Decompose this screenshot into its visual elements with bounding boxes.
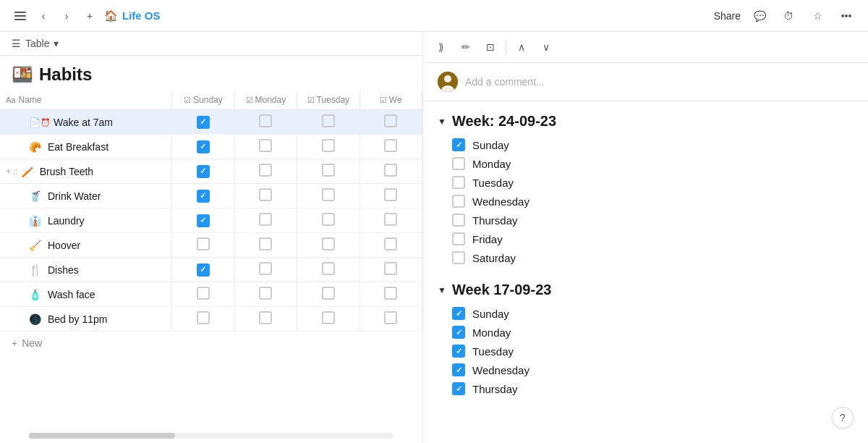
checkbox-sunday[interactable] [197,263,210,277]
day-item-0-1[interactable]: Monday [452,157,854,170]
horizontal-scrollbar[interactable] [29,433,393,439]
habit-sunday-cell[interactable] [172,135,234,159]
day-checkbox-0-3[interactable] [452,195,465,208]
pen-icon[interactable]: ✏ [456,38,475,56]
table-view-chevron[interactable]: ▾ [54,38,59,49]
habit-sunday-cell[interactable] [172,282,234,307]
habit-tuesday-cell[interactable] [297,282,359,307]
comment-input[interactable]: Add a comment... [465,76,545,88]
table-row[interactable]: 🥤 Drink Water [0,184,422,208]
habit-tuesday-cell[interactable] [297,258,359,282]
checkbox-tuesday[interactable] [322,262,335,275]
checkbox-sunday[interactable] [197,165,210,178]
checkbox-wednesday[interactable] [384,164,397,177]
add-new-row[interactable]: + New [0,332,422,355]
habit-wednesday-cell[interactable] [359,307,422,332]
habit-sunday-cell[interactable] [172,233,234,258]
checkbox-monday[interactable] [259,213,272,226]
add-icon[interactable]: + [81,7,98,25]
checkbox-tuesday[interactable] [322,287,335,300]
checkbox-sunday[interactable] [197,190,210,203]
day-item-0-2[interactable]: Tuesday [452,176,854,189]
share-button[interactable]: Share [714,10,741,22]
habit-sunday-cell[interactable] [172,208,234,233]
comment-icon[interactable]: 💬 [749,6,770,26]
checkbox-tuesday[interactable] [322,164,335,177]
table-row[interactable]: 🧹 Hoover [0,233,422,258]
checkbox-sunday[interactable] [197,311,210,324]
day-item-0-3[interactable]: Wednesday [452,195,854,208]
day-checkbox-1-3[interactable] [452,363,465,376]
habit-monday-cell[interactable] [234,282,297,307]
day-item-0-5[interactable]: Friday [452,232,854,245]
checkbox-wednesday[interactable] [384,114,397,127]
day-checkbox-0-5[interactable] [452,232,465,245]
layout-icon[interactable]: ⊡ [481,38,500,56]
habit-sunday-cell[interactable] [172,258,234,282]
checkbox-monday[interactable] [259,139,272,152]
day-item-1-3[interactable]: Wednesday [452,363,854,376]
back-icon[interactable]: ‹ [35,7,52,25]
checkbox-wednesday[interactable] [384,311,397,324]
day-item-0-0[interactable]: Sunday [452,138,854,151]
table-row[interactable]: 👔 Laundry [0,208,422,233]
habit-tuesday-cell[interactable] [297,110,359,135]
habit-tuesday-cell[interactable] [297,208,359,233]
habit-monday-cell[interactable] [234,135,297,159]
habit-monday-cell[interactable] [234,159,297,184]
table-row[interactable]: +:: 🪥 Brush Teeth [0,159,422,184]
habit-wednesday-cell[interactable] [359,258,422,282]
habit-monday-cell[interactable] [234,258,297,282]
habit-monday-cell[interactable] [234,233,297,258]
habit-tuesday-cell[interactable] [297,135,359,159]
week-header-0[interactable]: ▼ Week: 24-09-23 [438,113,854,130]
checkbox-sunday[interactable] [197,116,210,129]
checkbox-sunday[interactable] [197,287,210,300]
habit-sunday-cell[interactable] [172,110,234,135]
checkbox-sunday[interactable] [197,214,210,227]
habit-wednesday-cell[interactable] [359,282,422,307]
habit-wednesday-cell[interactable] [359,184,422,208]
arrow-up-icon[interactable]: ∧ [512,38,531,56]
day-checkbox-0-6[interactable] [452,251,465,264]
hamburger-menu-icon[interactable] [12,7,29,25]
habit-monday-cell[interactable] [234,208,297,233]
star-icon[interactable]: ☆ [807,6,827,26]
table-row[interactable]: 🥐 Eat Breakfast [0,135,422,159]
checkbox-monday[interactable] [259,164,272,177]
day-checkbox-0-4[interactable] [452,214,465,227]
checkbox-sunday[interactable] [197,237,210,250]
day-item-0-4[interactable]: Thursday [452,214,854,227]
day-checkbox-1-2[interactable] [452,345,465,358]
day-item-0-6[interactable]: Saturday [452,251,854,264]
habit-monday-cell[interactable] [234,184,297,208]
checkbox-monday[interactable] [259,114,272,127]
day-checkbox-0-0[interactable] [452,138,465,151]
checkbox-tuesday[interactable] [322,237,335,250]
table-row[interactable]: 📄⏰ Wake at 7am [0,110,422,135]
checkbox-wednesday[interactable] [384,139,397,152]
habit-tuesday-cell[interactable] [297,159,359,184]
habit-wednesday-cell[interactable] [359,135,422,159]
checkbox-wednesday[interactable] [384,188,397,201]
habit-sunday-cell[interactable] [172,159,234,184]
checkbox-tuesday[interactable] [322,213,335,226]
table-row[interactable]: 🍴 Dishes [0,258,422,282]
day-checkbox-1-4[interactable] [452,382,465,395]
day-item-1-4[interactable]: Thursday [452,382,854,395]
habit-tuesday-cell[interactable] [297,307,359,332]
checkbox-wednesday[interactable] [384,237,397,250]
more-options-icon[interactable]: ••• [836,6,856,26]
checkbox-monday[interactable] [259,237,272,250]
habit-wednesday-cell[interactable] [359,208,422,233]
day-item-1-2[interactable]: Tuesday [452,345,854,358]
checkbox-monday[interactable] [259,188,272,201]
checkbox-wednesday[interactable] [384,287,397,300]
checkbox-tuesday[interactable] [322,114,335,127]
expand-icon[interactable]: ⟫ [432,38,451,56]
checkbox-wednesday[interactable] [384,213,397,226]
checkbox-tuesday[interactable] [322,311,335,324]
day-checkbox-0-1[interactable] [452,157,465,170]
habit-tuesday-cell[interactable] [297,184,359,208]
checkbox-tuesday[interactable] [322,139,335,152]
